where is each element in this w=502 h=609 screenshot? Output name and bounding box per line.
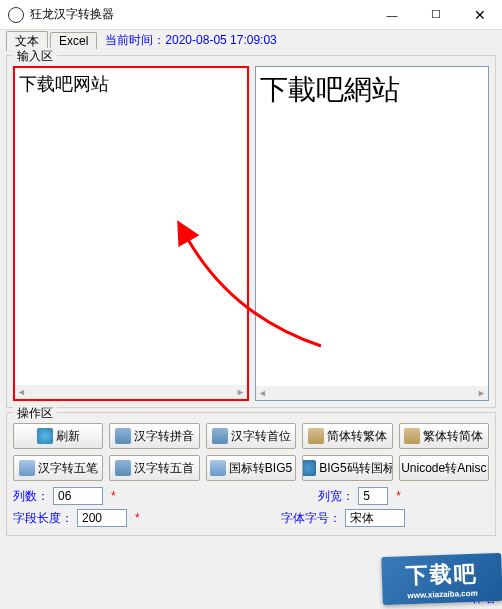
len-label: 字段长度： [13, 510, 73, 527]
required-star: * [135, 511, 140, 525]
big5-to-gb-button[interactable]: BIG5码转国标 [302, 455, 392, 481]
watermark-url: www.xiazaiba.com [407, 588, 478, 599]
input-left-text: 下载吧网站 [19, 74, 109, 94]
tab-excel[interactable]: Excel [50, 32, 97, 49]
app-icon [8, 7, 24, 23]
watermark-logo: 下载吧 www.xiazaiba.com [381, 553, 502, 605]
hanzi-to-pinyin-button[interactable]: 汉字转拼音 [109, 423, 199, 449]
cols-input[interactable] [53, 487, 103, 505]
convert-icon [302, 460, 316, 476]
font-input[interactable] [345, 509, 405, 527]
current-time: 当前时间：2020-08-05 17:09:03 [105, 32, 276, 49]
convert-icon [115, 428, 131, 444]
hanzi-to-wushou-button[interactable]: 汉字转五首 [109, 455, 199, 481]
convert-icon [308, 428, 324, 444]
time-label: 当前时间： [105, 33, 165, 47]
maximize-button[interactable]: ☐ [414, 0, 458, 30]
font-label: 字体字号： [281, 510, 341, 527]
window-controls: — ☐ ✕ [370, 0, 502, 30]
scrollbar-horizontal[interactable]: ◄► [256, 386, 488, 400]
cols-label: 列数： [13, 488, 49, 505]
simplified-to-traditional-button[interactable]: 简体转繁体 [302, 423, 392, 449]
annotation-arrow [251, 116, 253, 336]
close-button[interactable]: ✕ [458, 0, 502, 30]
ops-row-2: 汉字转五笔 汉字转五首 国标转BIG5 BIG5码转国标 Unicode转Ani… [13, 455, 489, 481]
unicode-to-ansi-button[interactable]: Unicode转Anisc [399, 455, 489, 481]
refresh-button[interactable]: 刷新 [13, 423, 103, 449]
watermark-brand: 下载吧 [405, 558, 478, 590]
input-textarea-left[interactable]: 下载吧网站 ◄► [13, 66, 249, 401]
output-right-text: 下載吧網站 [260, 74, 400, 105]
time-value: 2020-08-05 17:09:03 [165, 33, 276, 47]
input-area: 下载吧网站 ◄► 下載吧網站 ◄► [13, 66, 489, 401]
convert-icon [19, 460, 35, 476]
width-input[interactable] [358, 487, 388, 505]
required-star: * [396, 489, 401, 503]
traditional-to-simplified-button[interactable]: 繁体转简体 [399, 423, 489, 449]
output-textarea-right[interactable]: 下載吧網站 ◄► [255, 66, 489, 401]
hanzi-to-wubi-button[interactable]: 汉字转五笔 [13, 455, 103, 481]
minimize-button[interactable]: — [370, 0, 414, 30]
required-star: * [111, 489, 116, 503]
ops-row-1: 刷新 汉字转拼音 汉字转首位 简体转繁体 繁体转简体 [13, 423, 489, 449]
convert-icon [404, 428, 420, 444]
len-input[interactable] [77, 509, 127, 527]
refresh-icon [37, 428, 53, 444]
gb-to-big5-button[interactable]: 国标转BIG5 [206, 455, 296, 481]
width-label: 列宽： [318, 488, 354, 505]
convert-icon [212, 428, 228, 444]
convert-icon [115, 460, 131, 476]
input-group: 输入区 下载吧网站 ◄► 下載吧網站 ◄► [6, 55, 496, 408]
hanzi-to-shouwei-button[interactable]: 汉字转首位 [206, 423, 296, 449]
ops-group: 操作区 刷新 汉字转拼音 汉字转首位 简体转繁体 繁体转简体 汉字转五笔 汉字转… [6, 412, 496, 536]
titlebar: 狂龙汉字转换器 — ☐ ✕ [0, 0, 502, 30]
menubar: 文本 Excel 当前时间：2020-08-05 17:09:03 [0, 30, 502, 51]
convert-icon [210, 460, 226, 476]
input-legend: 输入区 [13, 48, 57, 65]
window-title: 狂龙汉字转换器 [30, 6, 370, 23]
field-row-2: 字段长度： * 字体字号： [13, 509, 489, 527]
field-row-1: 列数： * 列宽： * [13, 487, 489, 505]
scrollbar-horizontal[interactable]: ◄► [15, 385, 247, 399]
ops-legend: 操作区 [13, 405, 57, 422]
